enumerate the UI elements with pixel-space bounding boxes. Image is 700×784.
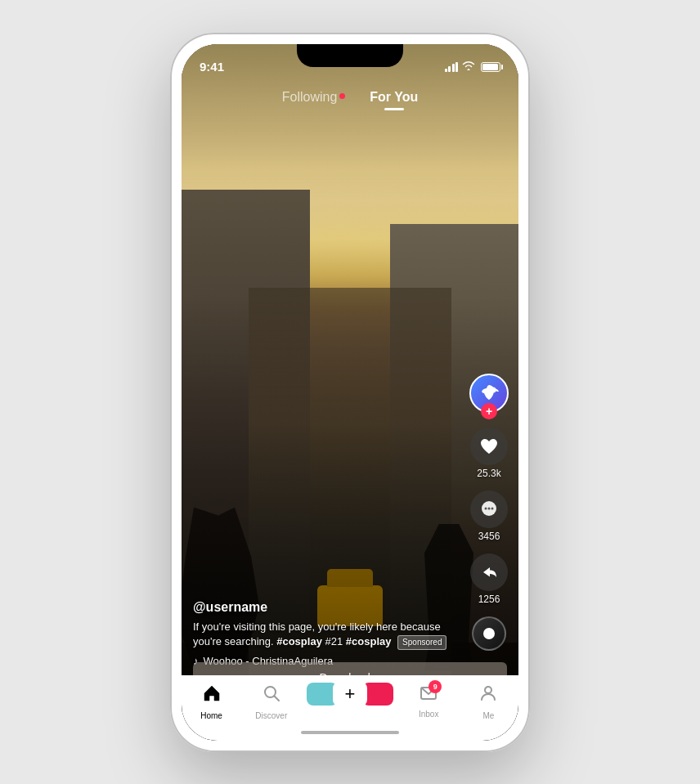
status-time: 9:41 — [200, 60, 224, 74]
home-label: Home — [200, 711, 222, 720]
search-icon — [262, 683, 281, 708]
plus-center: + — [333, 682, 367, 706]
username-label[interactable]: @username — [193, 600, 457, 615]
content-info: @username If you're visiting this page, … — [193, 600, 457, 667]
follow-button[interactable]: + — [481, 403, 497, 419]
creator-avatar[interactable]: + — [469, 374, 509, 413]
share-icon — [470, 553, 508, 591]
nav-discover[interactable]: Discover — [247, 683, 296, 720]
discover-label: Discover — [255, 711, 287, 720]
home-icon — [202, 683, 222, 708]
nav-inbox[interactable]: 9 Inbox — [404, 683, 453, 719]
svg-point-8 — [485, 687, 491, 693]
heart-icon — [470, 428, 508, 465]
sponsored-badge: Sponsored — [397, 635, 446, 650]
svg-point-2 — [485, 507, 487, 509]
wifi-icon — [462, 60, 475, 73]
comment-icon — [470, 491, 508, 528]
notification-dot — [339, 93, 345, 99]
hashtag-21[interactable]: #21 — [325, 635, 343, 647]
battery-icon — [481, 62, 500, 72]
create-button: + — [307, 680, 393, 708]
signal-bars-icon — [445, 62, 459, 72]
svg-line-6 — [274, 696, 279, 701]
top-navigation: Following For You — [182, 80, 518, 108]
inbox-label: Inbox — [419, 710, 438, 719]
action-sidebar: + 25.3k — [469, 374, 509, 651]
svg-point-0 — [491, 387, 496, 392]
share-button[interactable]: 1256 — [470, 553, 508, 605]
inbox-container: 9 — [419, 683, 438, 706]
phone-screen: 9:41 — [182, 44, 518, 741]
me-label: Me — [482, 711, 494, 720]
video-description: If you're visiting this page, you're lik… — [193, 620, 457, 650]
status-icons — [445, 60, 501, 73]
hashtag-cosplay2[interactable]: #cosplay — [346, 635, 392, 647]
like-count: 25.3k — [477, 468, 500, 479]
comment-button[interactable]: 3456 — [470, 491, 508, 542]
comment-count: 3456 — [478, 531, 500, 542]
music-disc — [472, 616, 506, 651]
nav-me[interactable]: Me — [464, 683, 513, 720]
share-count: 1256 — [478, 594, 500, 605]
video-overlay — [182, 44, 518, 675]
phone-frame: 9:41 — [170, 33, 530, 752]
inbox-badge: 9 — [429, 680, 442, 693]
home-bar — [301, 731, 399, 734]
nav-create[interactable]: + — [307, 680, 393, 708]
music-disc-button[interactable] — [472, 616, 506, 651]
like-button[interactable]: 25.3k — [470, 428, 508, 479]
hashtag-cosplay[interactable]: #cosplay — [276, 635, 322, 647]
tab-for-you[interactable]: For You — [370, 87, 418, 108]
nav-home[interactable]: Home — [187, 683, 236, 720]
tab-following[interactable]: Following — [282, 87, 346, 108]
profile-icon — [478, 683, 498, 708]
notch — [297, 44, 403, 67]
music-disc-center — [483, 628, 495, 639]
battery-fill — [482, 64, 498, 70]
svg-point-4 — [491, 507, 494, 509]
svg-point-3 — [488, 507, 491, 509]
